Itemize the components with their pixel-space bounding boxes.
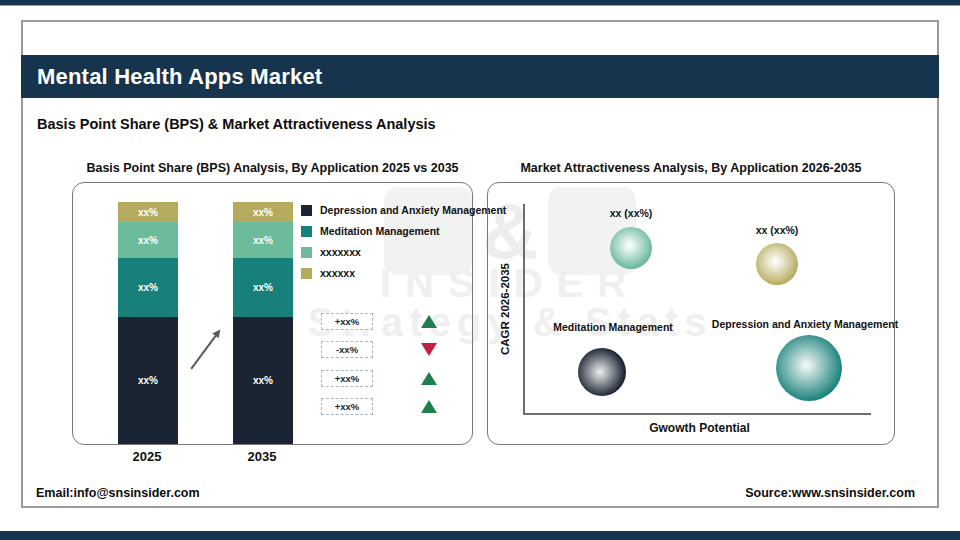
bar-segment-khaki: xx% (233, 202, 293, 222)
up-triangle-icon (421, 372, 437, 385)
bar-segment-khaki: xx% (118, 202, 178, 222)
segment-value: xx% (138, 282, 158, 293)
segment-value: xx% (138, 235, 158, 246)
bar-segment-green: xx% (118, 222, 178, 258)
segment-value: xx% (253, 235, 273, 246)
up-triangle-icon (421, 315, 437, 328)
bar-segment-teal: xx% (233, 258, 293, 317)
segment-value: xx% (138, 375, 158, 386)
page-title: Mental Health Apps Market (21, 64, 322, 90)
y-axis-line (523, 204, 525, 415)
attractiveness-chart-title: Market Attractiveness Analysis, By Appli… (487, 161, 895, 175)
legend-item-placeholder-1: xxxxxxx (301, 245, 506, 259)
bubble-label-depression: Depression and Anxiety Management (712, 318, 898, 330)
delta-row: +xx% (321, 313, 437, 330)
footer-source: Source:www.snsinsider.com (745, 486, 915, 500)
legend-swatch-navy (301, 205, 312, 216)
attractiveness-chart-panel: CAGR 2026-2035 Gwowth Potential xx (xx%)… (487, 182, 895, 445)
delta-row: +xx% (321, 370, 437, 387)
slide: & INSIDER Strategy & Stats Mental Health… (0, 0, 960, 540)
title-band: Mental Health Apps Market (21, 55, 939, 98)
legend-item-placeholder-2: xxxxxx (301, 266, 506, 280)
delta-row: +xx% (321, 398, 437, 415)
legend-item-meditation: Meditation Management (301, 224, 506, 238)
page-subtitle: Basis Point Share (BPS) & Market Attract… (37, 116, 436, 132)
top-accent-strip (0, 0, 960, 6)
y-axis-label: CAGR 2026-2035 (499, 263, 511, 355)
legend-label: xxxxxx (320, 267, 355, 279)
x-tick-2025: 2025 (117, 449, 177, 464)
x-axis-line (523, 413, 871, 415)
growth-arrow-icon (190, 330, 219, 369)
bubble-green (610, 227, 652, 269)
legend-label: xxxxxxx (320, 246, 361, 258)
bubble-depression (776, 335, 842, 401)
legend-swatch-green (301, 247, 312, 258)
x-tick-2035: 2035 (232, 449, 292, 464)
delta-row: -xx% (321, 341, 437, 358)
down-triangle-icon (421, 343, 437, 356)
footer-email: Email:info@snsinsider.com (36, 486, 200, 500)
delta-value-box: -xx% (321, 341, 373, 358)
bps-legend: Depression and Anxiety Management Medita… (301, 203, 506, 287)
legend-swatch-khaki (301, 268, 312, 279)
legend-label: Meditation Management (320, 225, 440, 237)
bubble-label-meditation: Meditation Management (553, 321, 673, 333)
segment-value: xx% (253, 207, 273, 218)
bar-segment-navy: xx% (118, 317, 178, 444)
stacked-bar-2035: xx% xx% xx% xx% (233, 202, 293, 444)
delta-value-box: +xx% (321, 313, 373, 330)
legend-item-depression: Depression and Anxiety Management (301, 203, 506, 217)
bar-segment-teal: xx% (118, 258, 178, 317)
delta-value-box: +xx% (321, 398, 373, 415)
bubble-khaki (756, 243, 798, 285)
bar-segment-green: xx% (233, 222, 293, 258)
bubble-label-khaki: xx (xx%) (756, 224, 799, 236)
up-triangle-icon (421, 400, 437, 413)
bps-chart-panel: xx% xx% xx% xx% xx% xx% xx% xx% Depressi… (72, 182, 473, 445)
segment-value: xx% (253, 375, 273, 386)
segment-value: xx% (138, 207, 158, 218)
delta-value-box: +xx% (321, 370, 373, 387)
bubble-meditation (578, 348, 626, 396)
bar-segment-navy: xx% (233, 317, 293, 444)
bps-chart-title: Basis Point Share (BPS) Analysis, By App… (72, 161, 473, 175)
bubble-label-green: xx (xx%) (610, 207, 653, 219)
stacked-bar-2025: xx% xx% xx% xx% (118, 202, 178, 444)
bottom-accent-strip (0, 531, 960, 540)
segment-value: xx% (253, 282, 273, 293)
x-axis-label: Gwowth Potential (528, 421, 871, 435)
legend-label: Depression and Anxiety Management (320, 204, 506, 216)
legend-swatch-teal (301, 226, 312, 237)
